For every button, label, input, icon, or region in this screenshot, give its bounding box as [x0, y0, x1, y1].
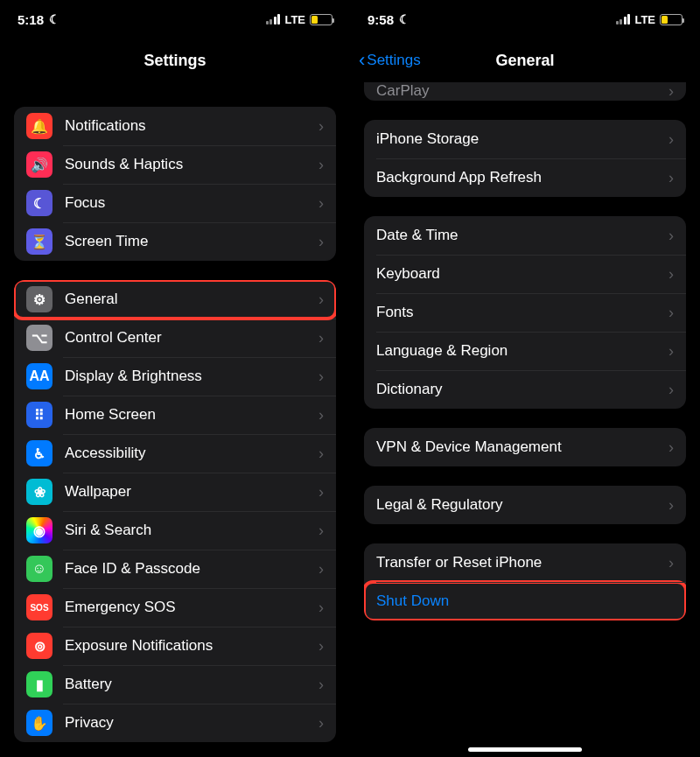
row-label: Sounds & Haptics [65, 156, 318, 173]
chevron-right-icon: › [318, 406, 324, 424]
home-indicator[interactable] [468, 747, 582, 752]
row-bgrefresh[interactable]: Background App Refresh› [364, 158, 686, 197]
page-title: General [495, 52, 554, 70]
chevron-right-icon: › [318, 445, 324, 463]
chevron-right-icon: › [318, 156, 324, 174]
sos-icon: SOS [26, 594, 52, 620]
chevron-right-icon: › [318, 329, 324, 347]
speaker-icon: 🔊 [26, 151, 52, 178]
row-label: Wallpaper [65, 483, 318, 501]
network-label: LTE [284, 13, 305, 26]
chevron-right-icon: › [318, 291, 324, 309]
row-carplay[interactable]: CarPlay› [364, 82, 686, 101]
general-screen: 9:58 ☾ LTE ‹ Settings General CarPlay›iP… [350, 0, 700, 757]
row-focus[interactable]: ☾Focus› [14, 184, 336, 222]
grid-icon: ⠿ [26, 402, 52, 428]
row-controlcenter[interactable]: ⌥Control Center› [14, 319, 336, 357]
network-label: LTE [634, 13, 655, 26]
row-notifications[interactable]: 🔔Notifications› [14, 107, 336, 145]
chevron-right-icon: › [318, 368, 324, 386]
status-bar: 9:58 ☾ LTE [350, 0, 700, 39]
row-label: Transfer or Reset iPhone [376, 554, 668, 571]
row-label: General [65, 291, 318, 308]
chevron-right-icon: › [318, 522, 324, 540]
row-shutdown[interactable]: Shut Down [364, 582, 686, 620]
dnd-moon-icon: ☾ [399, 12, 410, 26]
dnd-moon-icon: ☾ [49, 12, 60, 26]
chevron-right-icon: › [318, 233, 324, 251]
battery-icon [310, 14, 332, 25]
chevron-right-icon: › [318, 483, 324, 501]
row-general[interactable]: ⚙General› [14, 280, 336, 319]
row-label: Dictionary [376, 381, 668, 398]
row-label: Face ID & Passcode [65, 560, 318, 578]
chevron-right-icon: › [668, 342, 674, 361]
row-siri[interactable]: ◉Siri & Search› [14, 511, 336, 550]
moon-icon: ☾ [26, 190, 52, 216]
row-language[interactable]: Language & Region› [364, 332, 686, 370]
row-label: Shut Down [376, 592, 674, 610]
chevron-right-icon: › [668, 304, 674, 322]
flower-icon: ❀ [26, 479, 52, 505]
faceid-icon: ☺ [26, 556, 52, 582]
row-label: Focus [65, 194, 318, 212]
row-label: Emergency SOS [65, 599, 318, 616]
bell-icon: 🔔 [26, 113, 52, 139]
row-screentime[interactable]: ⏳Screen Time› [14, 222, 336, 261]
hand-icon: ✋ [26, 710, 52, 736]
row-faceid[interactable]: ☺Face ID & Passcode› [14, 550, 336, 588]
chevron-right-icon: › [668, 381, 674, 399]
chevron-right-icon: › [318, 714, 324, 732]
row-privacy[interactable]: ✋Privacy› [14, 704, 336, 742]
battery-icon [660, 14, 682, 25]
row-dictionary[interactable]: Dictionary› [364, 370, 686, 409]
chevron-right-icon: › [668, 265, 674, 284]
row-label: Siri & Search [65, 522, 318, 539]
row-label: Accessibility [65, 445, 318, 462]
general-list[interactable]: CarPlay›iPhone Storage›Background App Re… [350, 82, 700, 620]
row-label: Home Screen [65, 406, 318, 424]
row-keyboard[interactable]: Keyboard› [364, 255, 686, 293]
row-transfer[interactable]: Transfer or Reset iPhone› [364, 543, 686, 582]
settings-list[interactable]: 🔔Notifications›🔊Sounds & Haptics›☾Focus›… [0, 107, 350, 742]
back-button[interactable]: ‹ Settings [359, 49, 421, 72]
row-exposure[interactable]: ⊚Exposure Notifications› [14, 627, 336, 665]
row-label: VPN & Device Management [376, 438, 668, 456]
row-wallpaper[interactable]: ❀Wallpaper› [14, 473, 336, 511]
row-display[interactable]: AADisplay & Brightness› [14, 357, 336, 396]
row-vpn[interactable]: VPN & Device Management› [364, 428, 686, 466]
status-bar: 5:18 ☾ LTE [0, 0, 350, 39]
nav-header: Settings [0, 39, 350, 82]
row-datetime[interactable]: Date & Time› [364, 216, 686, 255]
row-label: CarPlay [376, 82, 668, 100]
chevron-right-icon: › [668, 554, 674, 572]
row-label: Language & Region [376, 342, 668, 360]
gear-icon: ⚙ [26, 286, 52, 312]
chevron-right-icon: › [318, 560, 324, 578]
chevron-right-icon: › [318, 117, 324, 136]
chevron-right-icon: › [318, 676, 324, 694]
row-label: Keyboard [376, 265, 668, 283]
row-label: Background App Refresh [376, 169, 668, 186]
row-sos[interactable]: SOSEmergency SOS› [14, 588, 336, 627]
accessibility-icon: ♿︎ [26, 440, 52, 466]
chevron-left-icon: ‹ [359, 49, 365, 72]
chevron-right-icon: › [318, 194, 324, 213]
row-storage[interactable]: iPhone Storage› [364, 120, 686, 158]
battery-icon: ▮ [26, 671, 52, 697]
hourglass-icon: ⏳ [26, 228, 52, 255]
exposure-icon: ⊚ [26, 633, 52, 659]
row-label: iPhone Storage [376, 130, 668, 148]
row-fonts[interactable]: Fonts› [364, 293, 686, 332]
row-accessibility[interactable]: ♿︎Accessibility› [14, 434, 336, 473]
settings-screen: 5:18 ☾ LTE Settings 🔔Notifications›🔊Soun… [0, 0, 350, 757]
row-homescreen[interactable]: ⠿Home Screen› [14, 396, 336, 434]
row-label: Battery [65, 676, 318, 693]
row-legal[interactable]: Legal & Regulatory› [364, 486, 686, 524]
row-label: Privacy [65, 714, 318, 732]
chevron-right-icon: › [318, 599, 324, 617]
row-label: Legal & Regulatory [376, 496, 668, 514]
row-sounds[interactable]: 🔊Sounds & Haptics› [14, 145, 336, 184]
row-battery[interactable]: ▮Battery› [14, 665, 336, 704]
siri-icon: ◉ [26, 517, 52, 543]
